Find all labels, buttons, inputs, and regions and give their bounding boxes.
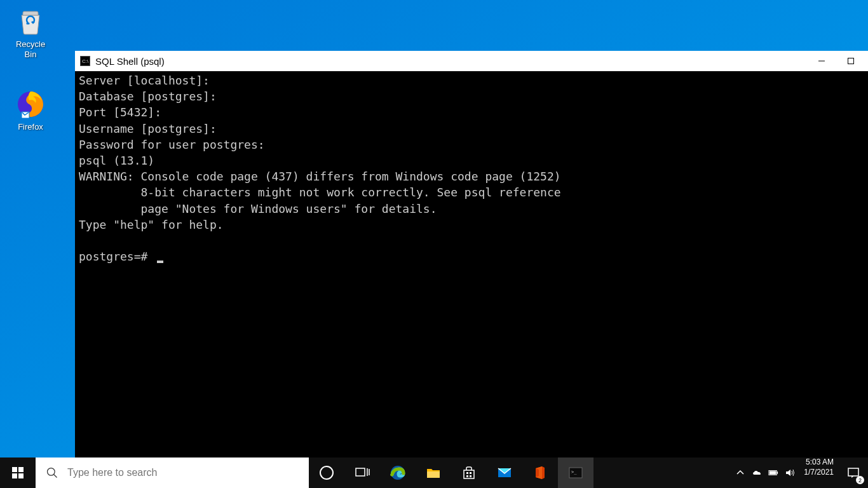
office-taskbar-icon[interactable] <box>522 458 558 488</box>
volume-tray-icon[interactable] <box>785 468 795 478</box>
terminal-cursor <box>157 261 163 263</box>
svg-rect-16 <box>466 472 468 474</box>
notifications-button[interactable]: 2 <box>839 458 868 488</box>
svg-rect-7 <box>18 473 24 478</box>
window-title: SQL Shell (psql) <box>95 56 802 67</box>
onedrive-tray-icon[interactable] <box>752 468 762 478</box>
svg-rect-15 <box>427 471 440 478</box>
terminal-window: C:\ SQL Shell (psql) Server [localhost]:… <box>75 51 868 458</box>
task-view-button[interactable] <box>344 458 380 488</box>
svg-text:>_: >_ <box>571 470 577 475</box>
battery-tray-icon[interactable] <box>768 468 778 478</box>
clock-time: 5:03 AM <box>804 458 834 468</box>
recycle-bin-desktop-icon[interactable]: RecycleBin <box>5 6 56 59</box>
firefox-label: Firefox <box>18 122 43 132</box>
firefox-desktop-icon[interactable]: Firefox <box>5 89 56 132</box>
svg-point-10 <box>320 466 333 479</box>
svg-rect-4 <box>12 467 17 472</box>
cortana-button[interactable] <box>309 458 344 488</box>
title-bar[interactable]: C:\ SQL Shell (psql) <box>75 51 868 71</box>
window-controls <box>807 51 865 71</box>
svg-rect-26 <box>848 468 858 476</box>
start-button[interactable] <box>0 458 36 488</box>
minimize-button[interactable] <box>807 51 836 71</box>
recycle-bin-label: RecycleBin <box>16 39 45 59</box>
svg-line-9 <box>54 475 57 478</box>
file-explorer-taskbar-icon[interactable] <box>416 458 451 488</box>
maximize-button[interactable] <box>836 51 865 71</box>
tray-chevron-up-icon[interactable] <box>735 468 745 478</box>
terminal-taskbar-icon[interactable]: >_ <box>558 458 593 488</box>
system-tray <box>731 458 799 488</box>
terminal-title-icon: C:\ <box>80 56 90 66</box>
svg-rect-24 <box>777 471 778 474</box>
terminal-body[interactable]: Server [localhost]: Database [postgres]:… <box>75 71 868 458</box>
mail-taskbar-icon[interactable] <box>487 458 522 488</box>
microsoft-store-taskbar-icon[interactable] <box>451 458 487 488</box>
svg-rect-11 <box>356 468 365 476</box>
recycle-bin-icon <box>15 6 46 37</box>
search-box[interactable] <box>36 458 309 488</box>
firefox-icon <box>15 89 46 119</box>
windows-icon <box>12 467 24 478</box>
svg-point-8 <box>48 468 55 476</box>
task-icons: >_ <box>309 458 593 488</box>
clock-date: 1/7/2021 <box>804 468 834 478</box>
search-icon <box>46 466 58 479</box>
svg-rect-3 <box>848 58 854 64</box>
svg-rect-25 <box>770 471 776 474</box>
svg-rect-6 <box>12 473 17 478</box>
svg-rect-5 <box>18 467 24 472</box>
taskbar: >_ 5:03 AM 1/7/2021 2 <box>0 458 868 488</box>
svg-rect-17 <box>470 472 471 474</box>
svg-rect-18 <box>466 475 468 477</box>
svg-rect-19 <box>470 475 471 477</box>
notification-badge: 2 <box>856 476 864 484</box>
edge-taskbar-icon[interactable] <box>380 458 416 488</box>
search-input[interactable] <box>67 467 299 478</box>
taskbar-clock[interactable]: 5:03 AM 1/7/2021 <box>799 458 839 488</box>
